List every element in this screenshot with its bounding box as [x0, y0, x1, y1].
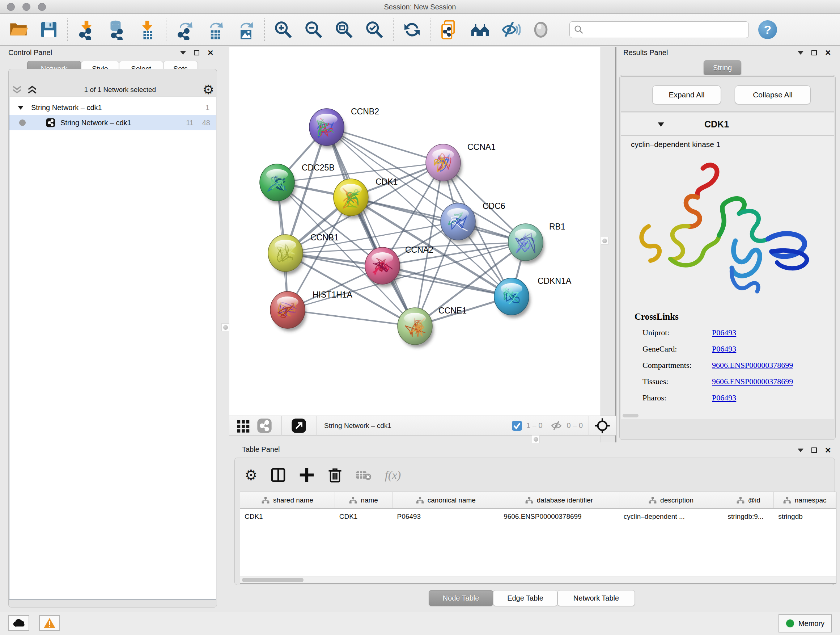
delete-table-icon [355, 468, 372, 482]
hidden-eye-icon[interactable] [548, 415, 565, 436]
network-node-HIST1H1A [270, 291, 306, 331]
tree-expand-icon[interactable] [17, 105, 24, 110]
control-panel-float-icon[interactable] [180, 51, 186, 55]
collapse-all-button[interactable]: Collapse All [735, 86, 811, 104]
expand-all-button[interactable]: Expand All [652, 86, 721, 104]
crosslink-value-link[interactable]: 9606.ENSP00000378699 [712, 377, 793, 386]
fit-selected-crosshair-icon[interactable] [592, 415, 613, 436]
column-header-name[interactable]: name [335, 492, 393, 508]
open-in-new-window-icon[interactable] [288, 415, 309, 436]
table-cell[interactable]: cyclin–dependent ... [619, 513, 723, 521]
grid-view-icon[interactable] [233, 415, 254, 436]
bottom-splitter-handle[interactable] [532, 435, 540, 443]
column-header--id[interactable]: @id [723, 492, 774, 508]
column-header-description[interactable]: description [619, 492, 723, 508]
tab-network-table[interactable]: Network Table [557, 590, 635, 606]
crosslink-row: Tissues:9606.ENSP00000378699 [643, 377, 831, 386]
table-cell[interactable]: CDK1 [335, 513, 393, 521]
selected-checkbox-icon[interactable] [510, 415, 524, 436]
window-close-button[interactable] [7, 3, 15, 11]
table-h-scrollbar[interactable] [240, 576, 836, 583]
crosslink-row: Pharos:P06493 [643, 393, 831, 402]
table-scrollbar-thumb[interactable] [242, 578, 303, 582]
control-panel-close-icon[interactable]: ✕ [207, 50, 214, 55]
collapse-all-icon[interactable] [11, 85, 22, 95]
window-minimize-button[interactable] [22, 3, 30, 11]
houses-icon[interactable] [470, 19, 491, 40]
crosslink-value-link[interactable]: P06493 [712, 393, 736, 402]
hide-eye-icon[interactable] [500, 19, 521, 40]
memory-button[interactable]: Memory [778, 614, 832, 632]
save-session-icon[interactable] [38, 19, 59, 40]
table-cell[interactable]: 9606.ENSP00000378699 [499, 513, 619, 521]
results-panel-float-icon[interactable] [798, 51, 804, 55]
table-cell[interactable]: stringdb [774, 513, 836, 521]
results-scrollbar-thumb[interactable] [622, 414, 638, 417]
table-cell[interactable]: P06493 [393, 513, 500, 521]
search-input[interactable] [584, 26, 740, 34]
tab-edge-table[interactable]: Edge Table [493, 590, 557, 606]
network-options-gear-icon[interactable]: ⚙ [202, 83, 214, 96]
network-graph[interactable]: CCNB2CCNA1CDC25BCDK1CDC6RB1CCNB1CCNA2CDK… [229, 47, 600, 416]
export-table-icon[interactable] [205, 19, 226, 40]
results-panel-close-icon[interactable]: ✕ [825, 50, 831, 55]
column-header-canonical-name[interactable]: canonical name [393, 492, 500, 508]
import-network-database-icon[interactable] [106, 19, 127, 40]
export-image-icon[interactable] [235, 19, 256, 40]
crosslink-label: GeneCard: [643, 344, 677, 353]
open-session-icon[interactable] [8, 19, 29, 40]
control-panel-maximize-icon[interactable] [194, 50, 199, 55]
share-document-icon[interactable] [439, 19, 460, 40]
window-zoom-button[interactable] [38, 3, 46, 11]
column-header-database-identifier[interactable]: database identifier [499, 492, 619, 508]
right-splitter-handle[interactable] [600, 237, 608, 245]
tab-string[interactable]: String [704, 60, 741, 75]
column-type-icon [737, 497, 745, 504]
network-share-view-icon[interactable] [254, 415, 275, 436]
cloud-status-button[interactable] [8, 615, 29, 631]
table-panel-maximize-icon[interactable] [812, 448, 817, 453]
node-label-CCNA2: CCNA2 [405, 245, 433, 255]
column-header-namespac[interactable]: namespac [774, 492, 836, 508]
import-table-icon[interactable] [137, 19, 158, 40]
table-toolbar: ⚙ f(x) [245, 465, 498, 485]
import-network-file-icon[interactable] [76, 19, 97, 40]
network-node-CCNE1 [398, 308, 434, 348]
export-network-icon[interactable] [174, 19, 195, 40]
zoom-out-icon[interactable] [303, 19, 324, 40]
left-splitter-handle[interactable] [221, 323, 229, 331]
tab-node-table[interactable]: Node Table [429, 590, 493, 606]
network-node-CDC25B [260, 164, 296, 204]
crosslink-value-link[interactable]: 9606.ENSP00000378699 [712, 361, 793, 370]
table-options-gear-icon[interactable]: ⚙ [245, 469, 257, 481]
node-label-RB1: RB1 [549, 222, 565, 231]
results-buttons-box: Expand All Collapse All [621, 76, 834, 112]
table-cell[interactable]: stringdb:9... [723, 513, 774, 521]
expand-all-icon[interactable] [27, 85, 38, 95]
results-panel-maximize-icon[interactable] [812, 50, 817, 55]
crosslink-value-link[interactable]: P06493 [712, 344, 736, 354]
show-columns-icon[interactable] [271, 467, 286, 483]
table-cell[interactable]: CDK1 [240, 513, 335, 521]
zoom-fit-icon[interactable] [333, 19, 355, 40]
zoom-in-icon[interactable] [273, 19, 294, 40]
column-header-shared-name[interactable]: shared name [240, 492, 335, 508]
zoom-selected-icon[interactable] [364, 19, 385, 40]
help-button[interactable]: ? [758, 20, 777, 39]
node-table[interactable]: shared namenamecanonical namedatabase id… [240, 492, 836, 584]
add-column-icon[interactable] [299, 467, 315, 483]
network-collection-label: String Network – cdk1 [31, 103, 102, 112]
crosslink-value-link[interactable]: P06493 [712, 328, 736, 337]
network-row-label: String Network – cdk1 [60, 119, 131, 127]
table-panel-close-icon[interactable]: ✕ [825, 448, 831, 453]
network-row-selected[interactable]: String Network – cdk1 11 48 [9, 115, 216, 130]
refresh-icon[interactable] [401, 19, 423, 40]
column-type-icon [649, 497, 657, 504]
network-collection-row[interactable]: String Network – cdk1 1 [9, 100, 216, 115]
cloud-icon [12, 618, 26, 628]
warning-status-button[interactable] [39, 615, 60, 631]
table-panel-float-icon[interactable] [798, 448, 804, 452]
delete-column-icon[interactable] [328, 467, 342, 483]
network-canvas[interactable]: CCNB2CCNA1CDC25BCDK1CDC6RB1CCNB1CCNA2CDK… [229, 47, 600, 416]
table-row[interactable]: CDK1CDK1P064939606.ENSP00000378699cyclin… [240, 509, 836, 524]
